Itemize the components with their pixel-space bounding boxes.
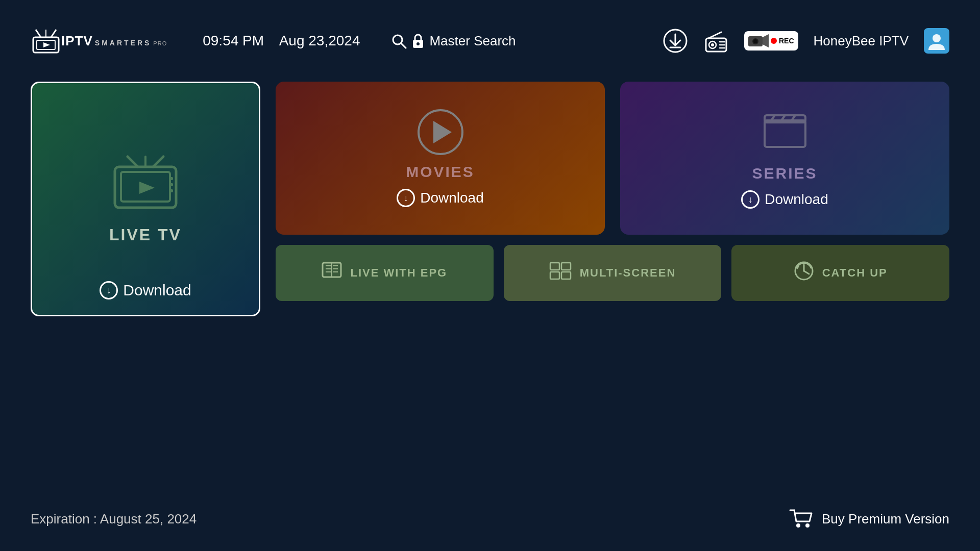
logo: IPTV SMARTERS PRO — [31, 27, 167, 55]
search-icon — [390, 33, 407, 49]
top-row: LIVE TV Download MOVIES Download — [31, 82, 949, 316]
datetime: 09:54 PM Aug 23,2024 — [203, 33, 360, 49]
right-cards: MOVIES Download — [276, 82, 949, 316]
logo-icon — [31, 27, 61, 55]
live-tv-download-icon — [100, 281, 118, 299]
svg-point-56 — [796, 523, 800, 528]
download-header-icon[interactable] — [663, 28, 688, 54]
live-epg-icon — [322, 262, 342, 285]
avatar[interactable] — [924, 28, 949, 54]
svg-point-57 — [805, 523, 810, 528]
svg-line-27 — [153, 157, 163, 167]
live-tv-download-label: Download — [123, 282, 191, 299]
premium-button[interactable]: Buy Premium Version — [788, 507, 949, 531]
cart-icon — [788, 507, 814, 531]
svg-line-53 — [804, 271, 809, 274]
catchup-icon — [794, 261, 814, 286]
movies-card[interactable]: MOVIES Download — [276, 82, 605, 235]
svg-line-7 — [401, 43, 406, 48]
svg-rect-48 — [561, 263, 571, 270]
radio-icon[interactable] — [703, 28, 729, 54]
series-download-icon — [741, 190, 760, 209]
live-tv-download[interactable]: Download — [100, 281, 191, 299]
rec-text: REC — [779, 37, 794, 45]
svg-marker-30 — [139, 182, 155, 194]
lock-icon — [411, 33, 425, 49]
movies-download-label: Download — [420, 190, 484, 206]
main-content: LIVE TV Download MOVIES Download — [0, 82, 980, 316]
right-top-row: MOVIES Download — [276, 82, 949, 235]
svg-rect-47 — [550, 263, 559, 270]
live-tv-icon — [110, 154, 181, 215]
live-epg-card[interactable]: LIVE WITH EPG — [276, 245, 494, 301]
username: HoneyBee IPTV — [814, 33, 909, 49]
svg-point-23 — [753, 39, 757, 43]
svg-line-0 — [36, 30, 41, 37]
svg-rect-32 — [169, 183, 173, 186]
footer: Expiration : August 25, 2024 Buy Premium… — [31, 507, 949, 531]
series-card[interactable]: SERIES Download — [620, 82, 949, 235]
header-icons: REC HoneyBee IPTV — [663, 28, 949, 54]
svg-point-9 — [416, 42, 420, 45]
series-download[interactable]: Download — [741, 190, 828, 209]
svg-marker-21 — [763, 34, 769, 47]
svg-line-14 — [708, 32, 721, 38]
svg-rect-33 — [169, 189, 173, 192]
live-tv-card[interactable]: LIVE TV Download — [31, 82, 260, 316]
catchup-card[interactable]: CATCH UP — [731, 245, 949, 301]
search-label: Master Search — [429, 33, 516, 49]
header: IPTV SMARTERS PRO 09:54 PM Aug 23,2024 M… — [0, 0, 980, 82]
multiscreen-card[interactable]: MULTI-SCREEN — [504, 245, 722, 301]
svg-rect-50 — [561, 272, 571, 279]
live-tv-title: LIVE TV — [109, 226, 182, 244]
svg-marker-5 — [43, 42, 50, 47]
svg-rect-49 — [550, 272, 559, 279]
bottom-row: LIVE WITH EPG MULTI-SCREEN — [276, 245, 949, 301]
movies-play-icon — [418, 109, 463, 155]
svg-point-16 — [711, 43, 714, 46]
rec-badge[interactable]: REC — [744, 31, 798, 51]
series-film-icon — [762, 108, 808, 157]
time: 09:54 PM — [203, 33, 264, 48]
movies-download[interactable]: Download — [397, 189, 484, 207]
catchup-title: CATCH UP — [822, 266, 888, 280]
expiration-text: Expiration : August 25, 2024 — [31, 511, 197, 527]
logo-text: IPTV SMARTERS PRO — [61, 34, 167, 47]
svg-line-2 — [51, 30, 56, 37]
multiscreen-icon — [549, 262, 572, 285]
series-download-label: Download — [765, 191, 828, 208]
svg-line-25 — [128, 157, 138, 167]
movies-download-icon — [397, 189, 415, 207]
date: Aug 23,2024 — [279, 33, 360, 48]
svg-rect-31 — [169, 177, 173, 180]
svg-point-24 — [933, 34, 941, 42]
series-title: SERIES — [752, 165, 817, 182]
live-epg-title: LIVE WITH EPG — [350, 266, 447, 280]
premium-label: Buy Premium Version — [822, 511, 949, 527]
svg-rect-34 — [765, 120, 805, 147]
search-area[interactable]: Master Search — [390, 33, 516, 49]
multiscreen-title: MULTI-SCREEN — [580, 266, 676, 280]
movies-title: MOVIES — [406, 163, 475, 181]
